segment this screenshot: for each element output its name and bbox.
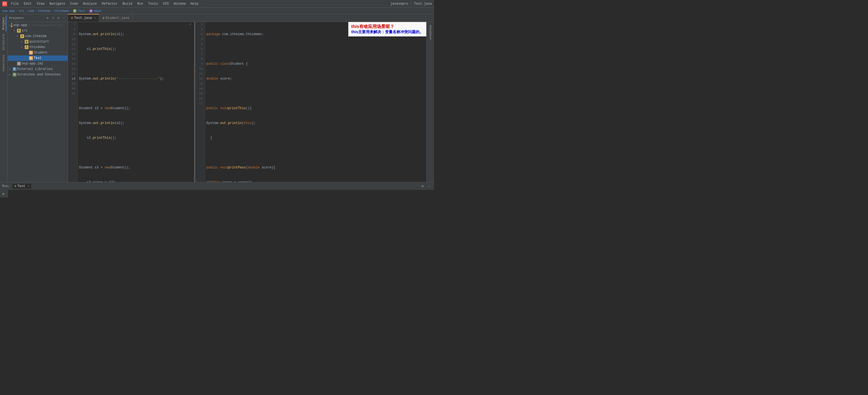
project-strip-tab[interactable]: Project bbox=[1, 16, 6, 31]
code-line-7: System.out.println(s1); bbox=[79, 32, 193, 37]
code-line-17: s3.score = 325; bbox=[79, 180, 193, 182]
tree-item-student[interactable]: ▸ C Student bbox=[8, 50, 68, 55]
menu-analyze[interactable]: Analyze bbox=[81, 1, 99, 6]
menu-items: File Edit View Navigate Code Analyze Ref… bbox=[9, 1, 200, 6]
code-line-14: s2.printThis(); bbox=[79, 136, 193, 140]
menu-bar: IJ File Edit View Navigate Code Analyze … bbox=[0, 0, 434, 8]
breadcrumb: oop-app › src › com › itheima › thisdemo… bbox=[0, 8, 434, 14]
menu-edit[interactable]: Edit bbox=[22, 1, 34, 6]
scratch-icon: S bbox=[12, 73, 17, 77]
tree-item-iml[interactable]: ▸ i oop-app.iml bbox=[8, 61, 68, 66]
tab-student-java[interactable]: C Student.java bbox=[99, 14, 133, 22]
tree-item-test[interactable]: ▸ C Test bbox=[8, 55, 68, 61]
code-line-8: s1.printThis(); bbox=[79, 47, 193, 52]
breadcrumb-itheima[interactable]: itheima bbox=[38, 9, 51, 12]
iml-icon: i bbox=[17, 62, 21, 65]
folder-icon-thisdemo: t bbox=[25, 45, 29, 49]
right-gutter: 1 2 3 4 5 6 7 8 9 10 11 12 13 14 15 16 1 bbox=[195, 22, 205, 182]
run-btn[interactable]: ▶ bbox=[1, 191, 7, 196]
folder-icon-quickstart: q bbox=[25, 40, 29, 44]
run-tab-test[interactable]: ■ Test × bbox=[12, 184, 31, 189]
code-line-9 bbox=[79, 61, 193, 66]
breadcrumb-com[interactable]: com bbox=[28, 9, 34, 12]
tree-item-quickstart[interactable]: ▸ q quickstart bbox=[8, 39, 68, 45]
editor-tab-bar: C Test.java × C Student.java bbox=[68, 14, 434, 22]
tree-item-oop-app[interactable]: ▾ P oop-app D:\code\javasepro\oop-... bbox=[8, 23, 68, 28]
code-line-16: Student s3 = new Student(); bbox=[79, 165, 193, 170]
java-icon-test: C bbox=[29, 56, 33, 60]
panel-locate-btn[interactable]: ⊕ bbox=[45, 16, 50, 20]
r-code-line-10: public void printPass(double score){ bbox=[206, 165, 425, 170]
menu-code[interactable]: Code bbox=[68, 1, 80, 6]
ext-libs-icon: E bbox=[12, 67, 17, 71]
run-tab-icon: ■ bbox=[14, 185, 17, 188]
code-line-12: Student s2 = new Student(); bbox=[79, 106, 193, 111]
annotation-body-highlight: 变量名称冲突问题的。 bbox=[385, 30, 423, 34]
breadcrumb-thisdemo[interactable]: thisdemo bbox=[55, 9, 69, 12]
r-code-line-6: public void printThis(){ bbox=[206, 106, 425, 111]
tree-item-thisdemo[interactable]: ▾ t thisdemo bbox=[8, 45, 68, 50]
breadcrumb-src[interactable]: src bbox=[19, 9, 24, 12]
annotation-body: this主要用来解决：变量名称冲突问题的。 bbox=[351, 30, 423, 34]
r-code-line-7: System.out.println(this); bbox=[206, 121, 425, 125]
console-area: ▶ ▲ ▼ ≡ ⚙ ☰ 🗑 D:\soft\Java\jdk-17.0.1\bi… bbox=[0, 190, 434, 198]
r-code-line-5 bbox=[206, 91, 425, 96]
run-toolbar: Run: ■ Test × ⚙ − bbox=[0, 182, 434, 190]
breadcrumb-test-icon: C bbox=[73, 9, 77, 13]
run-tab-close[interactable]: × bbox=[27, 185, 29, 188]
code-line-15 bbox=[79, 150, 193, 155]
window-title: javasepro - Test.java bbox=[391, 2, 432, 6]
r-code-line-9 bbox=[206, 150, 425, 155]
database-tab[interactable]: Database bbox=[428, 23, 433, 42]
console-left-strip: ▶ ▲ ▼ ≡ ⚙ ☰ 🗑 bbox=[0, 190, 8, 198]
annotation-body-prefix: this主要用来解决： bbox=[351, 30, 385, 34]
tree-item-src[interactable]: ▾ S src bbox=[8, 28, 68, 33]
menu-help[interactable]: Help bbox=[188, 1, 200, 6]
menu-run[interactable]: Run bbox=[135, 1, 146, 6]
run-minimize-btn[interactable]: − bbox=[426, 184, 432, 189]
code-line-10: System.out.println("--------------------… bbox=[79, 76, 193, 81]
scratches-label: Scratches and Consoles bbox=[17, 73, 61, 77]
right-editor-pane: 1 2 3 4 5 6 7 8 9 10 11 12 13 14 15 16 1 bbox=[195, 22, 426, 182]
code-line-11 bbox=[79, 91, 193, 96]
left-checkmark: ✓ bbox=[190, 22, 192, 27]
menu-navigate[interactable]: Navigate bbox=[47, 1, 67, 6]
menu-file[interactable]: File bbox=[9, 1, 21, 6]
java-icon-student: C bbox=[29, 51, 33, 55]
panel-settings-btn[interactable]: ⚙ bbox=[56, 16, 61, 20]
tree-item-scratches[interactable]: ▸ S Scratches and Consoles bbox=[8, 72, 68, 77]
structure-strip-tab[interactable]: Structure bbox=[1, 32, 6, 52]
folder-icon-com: c bbox=[20, 34, 24, 38]
menu-refactor[interactable]: Refactor bbox=[99, 1, 120, 6]
tab-student-java-icon: C bbox=[102, 17, 104, 20]
editor-split: this有啥应用场景呢？ this主要用来解决：变量名称冲突问题的。 7 8 9… bbox=[68, 22, 434, 182]
right-code-content[interactable]: package com.itheima.thisdemo; public cla… bbox=[205, 22, 426, 182]
r-code-line-11: if(this.score > score){ bbox=[206, 180, 425, 182]
code-line-13: System.out.println(s2); bbox=[79, 121, 193, 125]
left-editor-pane: 7 8 9 10 11 12 13 14 15 16 17 18 19 20 2… bbox=[68, 22, 194, 182]
left-code-content[interactable]: System.out.println(s1); s1.printThis(); … bbox=[78, 22, 194, 182]
panel-collapse-btn[interactable]: ≡ bbox=[51, 16, 55, 20]
favorites-strip-tab[interactable]: Favorites bbox=[1, 53, 6, 73]
panel-minimize-btn[interactable]: − bbox=[62, 16, 66, 20]
r-code-line-2 bbox=[206, 47, 425, 52]
tab-test-java[interactable]: C Test.java × bbox=[68, 14, 99, 22]
project-panel-title: Project▾ bbox=[9, 16, 44, 20]
breadcrumb-main[interactable]: main bbox=[94, 9, 101, 12]
tree-item-ext-libs[interactable]: ▸ E External Libraries bbox=[8, 66, 68, 72]
tree-item-com-itheima[interactable]: ▾ c com.itheima bbox=[8, 33, 68, 39]
menu-vcs[interactable]: VCS bbox=[161, 1, 171, 6]
left-strip: Project Structure Favorites bbox=[0, 14, 8, 182]
console-output: D:\soft\Java\jdk-17.0.1\bin\java.exe -ja… bbox=[8, 190, 434, 198]
menu-build[interactable]: Build bbox=[120, 1, 134, 6]
breadcrumb-oop-app[interactable]: oop-app bbox=[2, 9, 15, 12]
menu-tools[interactable]: Tools bbox=[146, 1, 160, 6]
run-settings-btn[interactable]: ⚙ bbox=[420, 184, 425, 189]
menu-window[interactable]: Window bbox=[172, 1, 188, 6]
left-gutter: 7 8 9 10 11 12 13 14 15 16 17 18 19 20 2… bbox=[68, 22, 78, 182]
menu-view[interactable]: View bbox=[34, 1, 47, 6]
r-code-line-4: double score; bbox=[206, 76, 425, 81]
tab-test-close[interactable]: × bbox=[94, 17, 96, 20]
main-layout: Project Structure Favorites Project▾ ⊕ ≡… bbox=[0, 14, 434, 182]
breadcrumb-test[interactable]: Test bbox=[78, 9, 85, 12]
